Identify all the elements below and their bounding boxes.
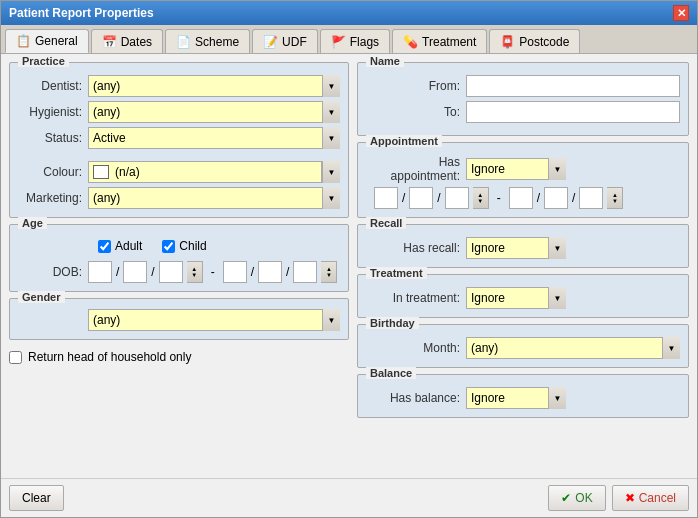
appt-spin-down: ▼ [477,198,483,204]
tab-dates[interactable]: 📅 Dates [91,29,163,53]
tab-general-icon: 📋 [16,34,31,48]
appt-to-day[interactable] [509,187,533,209]
dentist-select-wrapper: (any) ▼ [88,75,340,97]
adult-label: Adult [115,239,142,253]
dob-from-year[interactable] [159,261,183,283]
child-checkbox-item[interactable]: Child [162,239,206,253]
gender-group: Gender (any) Male Female ▼ [9,298,349,340]
dob-from-sep2: / [151,265,154,279]
gender-select[interactable]: (any) Male Female [88,309,340,331]
appt-from-spinner[interactable]: ▲ ▼ [473,187,489,209]
has-appointment-label: Has appointment: [366,155,466,183]
recall-select-wrapper: Ignore Yes No ▼ [466,237,566,259]
appt-to-month[interactable] [544,187,568,209]
ok-button[interactable]: ✔ OK [548,485,605,511]
adult-checkbox[interactable] [98,240,111,253]
recall-select[interactable]: Ignore Yes No [466,237,566,259]
hygienist-select[interactable]: (any) [88,101,340,123]
return-household-row[interactable]: Return head of household only [9,346,349,368]
treatment-select[interactable]: Ignore Yes No [466,287,566,309]
tab-bar: 📋 General 📅 Dates 📄 Scheme 📝 UDF 🚩 Flags… [1,25,697,54]
status-select[interactable]: Active Inactive All [88,127,340,149]
tab-flags[interactable]: 🚩 Flags [320,29,390,53]
child-checkbox[interactable] [162,240,175,253]
cancel-button[interactable]: ✖ Cancel [612,485,689,511]
birthday-title: Birthday [366,317,419,329]
has-balance-label: Has balance: [366,391,466,405]
hygienist-select-wrapper: (any) ▼ [88,101,340,123]
birthday-month-select[interactable]: (any) January February March April May J… [466,337,680,359]
appointment-select[interactable]: Ignore Yes No [466,158,566,180]
dentist-select[interactable]: (any) [88,75,340,97]
appt-to-spinner[interactable]: ▲ ▼ [607,187,623,209]
appt-spin-down2: ▼ [612,198,618,204]
tab-postcode[interactable]: 📮 Postcode [489,29,580,53]
dob-to-sep1: / [251,265,254,279]
colour-dropdown-arrow[interactable]: ▼ [322,161,340,183]
name-to-input[interactable] [466,101,680,123]
marketing-select-wrapper: (any) ▼ [88,187,340,209]
footer: Clear ✔ OK ✖ Cancel [1,478,697,517]
name-to-label: To: [366,105,466,119]
appt-from-month[interactable] [409,187,433,209]
birthday-group: Birthday Month: (any) January February M… [357,324,689,368]
dob-from-month[interactable] [123,261,147,283]
appointment-title: Appointment [366,135,442,147]
treatment-select-wrapper: Ignore Yes No ▼ [466,287,566,309]
dob-to-spinner[interactable]: ▲ ▼ [321,261,337,283]
name-from-input[interactable] [466,75,680,97]
has-balance-row: Has balance: Ignore Yes No ▼ [366,387,680,409]
dob-to-year[interactable] [293,261,317,283]
appointment-group: Appointment Has appointment: Ignore Yes … [357,142,689,218]
tab-treatment[interactable]: 💊 Treatment [392,29,487,53]
appt-sep3: / [537,191,540,205]
tab-udf[interactable]: 📝 UDF [252,29,318,53]
color-swatch [93,165,109,179]
tab-flags-label: Flags [350,35,379,49]
balance-select[interactable]: Ignore Yes No [466,387,566,409]
adult-checkbox-item[interactable]: Adult [98,239,142,253]
tab-scheme[interactable]: 📄 Scheme [165,29,250,53]
age-group: Age Adult Child DOB: / [9,224,349,292]
practice-group: Practice Dentist: (any) ▼ Hygienist: [9,62,349,218]
treatment-title: Treatment [366,267,427,279]
return-household-checkbox[interactable] [9,351,22,364]
footer-left: Clear [9,485,64,511]
dob-from-spinner[interactable]: ▲ ▼ [187,261,203,283]
dentist-row: Dentist: (any) ▼ [18,75,340,97]
recall-title: Recall [366,217,406,229]
appt-sep2: / [437,191,440,205]
appt-from-day[interactable] [374,187,398,209]
close-button[interactable]: ✕ [673,5,689,21]
return-household-label: Return head of household only [28,350,191,364]
clear-button[interactable]: Clear [9,485,64,511]
has-recall-row: Has recall: Ignore Yes No ▼ [366,237,680,259]
cancel-label: Cancel [639,491,676,505]
in-treatment-label: In treatment: [366,291,466,305]
dob-to-day[interactable] [223,261,247,283]
window-title: Patient Report Properties [9,6,154,20]
main-window: Patient Report Properties ✕ 📋 General 📅 … [0,0,698,518]
marketing-select[interactable]: (any) [88,187,340,209]
tab-general[interactable]: 📋 General [5,29,89,53]
marketing-row: Marketing: (any) ▼ [18,187,340,209]
colour-row: Colour: (n/a) ▼ [18,161,340,183]
tab-postcode-icon: 📮 [500,35,515,49]
appt-from-year[interactable] [445,187,469,209]
colour-select-wrapper: (n/a) ▼ [88,161,340,183]
name-title: Name [366,55,404,67]
tab-dates-icon: 📅 [102,35,117,49]
dob-to-month[interactable] [258,261,282,283]
content-area: Practice Dentist: (any) ▼ Hygienist: [1,54,697,478]
right-panel: Name From: To: Appointment Has appointme… [357,62,689,470]
appt-sep1: / [402,191,405,205]
dob-from-day[interactable] [88,261,112,283]
spin-down-icon: ▼ [191,272,197,278]
marketing-label: Marketing: [18,191,88,205]
left-panel: Practice Dentist: (any) ▼ Hygienist: [9,62,349,470]
appt-to-year[interactable] [579,187,603,209]
ok-checkmark-icon: ✔ [561,491,571,505]
dob-to-sep2: / [286,265,289,279]
has-appointment-row: Has appointment: Ignore Yes No ▼ [366,155,680,183]
cancel-x-icon: ✖ [625,491,635,505]
